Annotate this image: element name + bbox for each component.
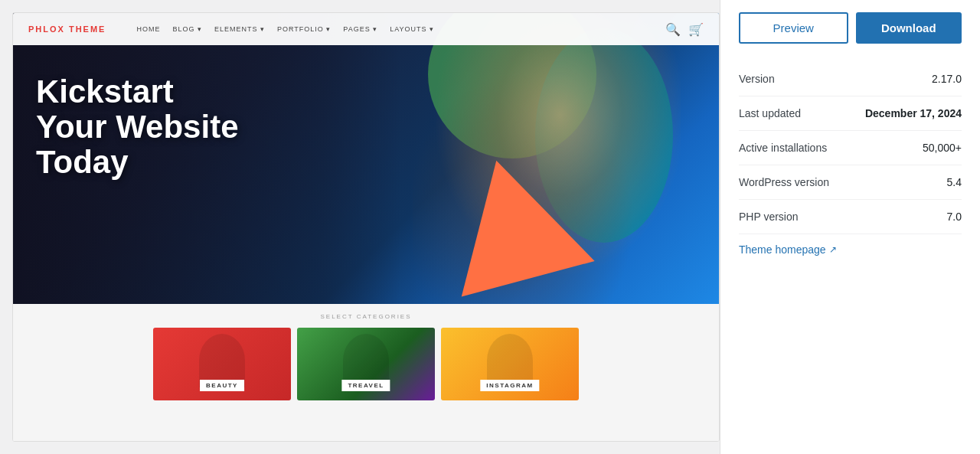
hero-section: PHLOX THEME HOME BLOG ▾ ELEMENTS ▾ PORTF… bbox=[13, 13, 719, 304]
cart-icon: 🛒 bbox=[688, 22, 704, 37]
meta-row-wp-version: WordPress version 5.4 bbox=[739, 165, 962, 200]
theme-nav-items: HOME BLOG ▾ ELEMENTS ▾ PORTFOLIO ▾ PAGES… bbox=[136, 25, 434, 33]
meta-row-installations: Active installations 50,000+ bbox=[739, 131, 962, 165]
preview-button[interactable]: Preview bbox=[739, 12, 848, 44]
version-label: Version bbox=[739, 73, 775, 85]
theme-screenshot: PHLOX THEME HOME BLOG ▾ ELEMENTS ▾ PORTF… bbox=[13, 13, 719, 441]
categories-label: SELECT CATEGORIES bbox=[320, 313, 411, 320]
nav-item-home: HOME bbox=[136, 25, 160, 33]
installations-label: Active installations bbox=[739, 142, 827, 154]
hero-text: Kickstart Your Website Today bbox=[36, 74, 239, 181]
updated-label: Last updated bbox=[739, 107, 801, 119]
instagram-figure bbox=[487, 334, 533, 387]
theme-logo: PHLOX THEME bbox=[28, 24, 106, 34]
php-version-value: 7.0 bbox=[947, 211, 962, 223]
theme-screenshot-wrapper: PHLOX THEME HOME BLOG ▾ ELEMENTS ▾ PORTF… bbox=[12, 12, 720, 442]
category-card-instagram: INSTAGRAM bbox=[441, 328, 579, 400]
nav-item-pages: PAGES ▾ bbox=[343, 25, 377, 33]
wp-version-value: 5.4 bbox=[947, 176, 962, 188]
theme-navbar: PHLOX THEME HOME BLOG ▾ ELEMENTS ▾ PORTF… bbox=[13, 13, 719, 45]
beauty-figure bbox=[199, 334, 245, 387]
category-card-travel: TREAVEL bbox=[297, 328, 435, 400]
php-version-label: PHP version bbox=[739, 211, 799, 223]
instagram-label: INSTAGRAM bbox=[480, 380, 539, 391]
meta-row-updated: Last updated December 17, 2024 bbox=[739, 96, 962, 131]
nav-item-portfolio: PORTFOLIO ▾ bbox=[277, 25, 331, 33]
wp-version-label: WordPress version bbox=[739, 176, 829, 188]
nav-item-blog: BLOG ▾ bbox=[172, 25, 202, 33]
installations-value: 50,000+ bbox=[923, 142, 962, 154]
logo-highlight: PHLOX THEME bbox=[28, 24, 106, 34]
nav-item-layouts: LAYOUTS ▾ bbox=[390, 25, 434, 33]
theme-homepage-link[interactable]: Theme homepage ↗ bbox=[739, 243, 962, 256]
meta-row-version: Version 2.17.0 bbox=[739, 62, 962, 96]
nav-item-elements: ELEMENTS ▾ bbox=[214, 25, 265, 33]
external-link-icon: ↗ bbox=[829, 244, 837, 255]
beauty-label: BEAUTY bbox=[200, 380, 244, 391]
categories-section: SELECT CATEGORIES BEAUTY TREAVEL INSTAGR… bbox=[13, 304, 719, 441]
travel-figure bbox=[343, 334, 389, 387]
theme-homepage-label: Theme homepage bbox=[739, 243, 826, 256]
action-buttons: Preview Download bbox=[739, 12, 962, 44]
meta-row-php-version: PHP version 7.0 bbox=[739, 200, 962, 234]
theme-nav-icons: 🔍 🛒 bbox=[665, 22, 704, 37]
updated-value: December 17, 2024 bbox=[865, 107, 962, 119]
version-value: 2.17.0 bbox=[932, 73, 962, 85]
categories-grid: BEAUTY TREAVEL INSTAGRAM bbox=[28, 328, 704, 400]
category-card-beauty: BEAUTY bbox=[153, 328, 291, 400]
info-sidebar: Preview Download Version 2.17.0 Last upd… bbox=[720, 0, 980, 454]
travel-label: TREAVEL bbox=[341, 380, 390, 391]
search-icon: 🔍 bbox=[665, 22, 681, 37]
download-button[interactable]: Download bbox=[856, 12, 962, 44]
theme-preview-panel: PHLOX THEME HOME BLOG ▾ ELEMENTS ▾ PORTF… bbox=[0, 0, 720, 454]
hero-title: Kickstart Your Website Today bbox=[36, 74, 239, 181]
